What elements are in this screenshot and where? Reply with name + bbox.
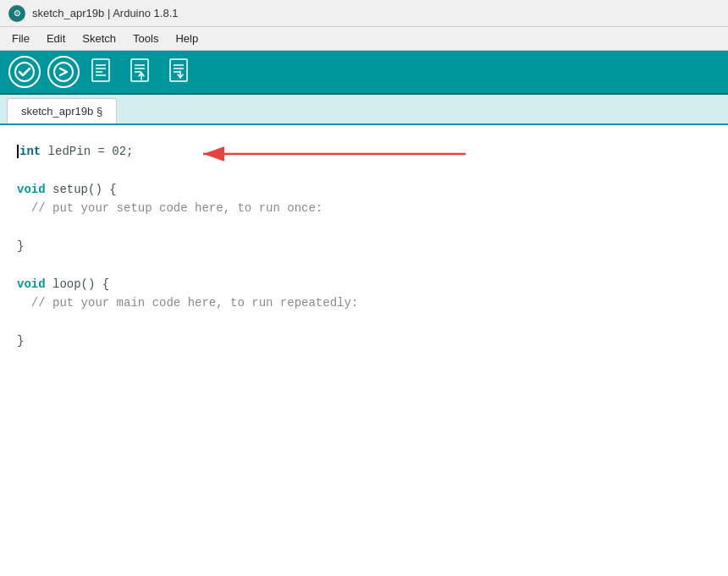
menu-bar: File Edit Sketch Tools Help [0,27,728,51]
svg-rect-2 [92,59,109,81]
checkmark-icon [14,62,35,82]
title-bar: ⊙ sketch_apr19b | Arduino 1.8.1 [0,0,728,27]
code-line-4: // put your setup code here, to run once… [17,199,711,217]
menu-file[interactable]: File [3,30,38,47]
active-tab[interactable]: sketch_apr19b § [7,98,117,123]
code-line-10 [17,313,711,332]
code-line-9: // put your main code here, to run repea… [17,293,711,312]
text-cursor [17,145,19,158]
menu-help[interactable]: Help [167,30,207,47]
code-line-2 [17,161,711,179]
menu-edit[interactable]: Edit [38,30,74,47]
arrow-annotation [195,145,483,162]
code-line-6: } [17,237,711,255]
code-line-8: void loop() { [17,275,711,293]
save-button[interactable] [164,56,196,88]
save-arrow-down-icon [168,58,192,85]
svg-point-1 [54,63,73,81]
new-sketch-button[interactable] [86,56,119,88]
tab-bar: sketch_apr19b § [0,95,728,125]
svg-point-0 [15,63,34,81]
new-document-icon [91,58,114,85]
title-text: sketch_apr19b | Arduino 1.8.1 [32,7,179,19]
svg-rect-12 [170,59,187,81]
code-line-5 [17,218,711,237]
app-icon: ⊙ [8,5,25,22]
verify-button[interactable] [8,56,41,88]
upload-button[interactable] [47,56,80,88]
menu-sketch[interactable]: Sketch [74,30,124,47]
code-line-3: void setup() { [17,180,711,199]
editor-area[interactable]: int ledPin = 02; void setup() { // put y… [0,125,728,576]
menu-tools[interactable]: Tools [124,30,167,47]
code-line-7 [17,255,711,274]
upload-arrow-icon [53,62,74,82]
toolbar [0,51,728,95]
code-line-11: } [17,332,711,350]
svg-rect-7 [131,59,148,81]
open-button[interactable] [125,56,157,88]
open-arrow-up-icon [130,58,153,85]
code-line-1: int ledPin = 02; [17,142,711,161]
